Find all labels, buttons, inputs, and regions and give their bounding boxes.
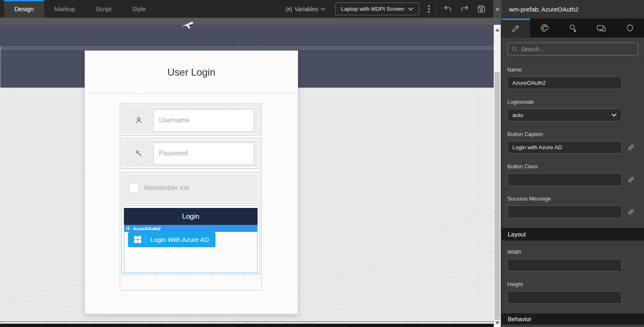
container-outline [0, 47, 1, 88]
remember-me-checkbox[interactable] [129, 183, 139, 193]
search-input[interactable] [521, 46, 634, 53]
width-input[interactable] [507, 259, 622, 272]
username-row [123, 107, 258, 134]
password-input[interactable] [154, 143, 254, 165]
page-title: User Login [167, 67, 215, 78]
collapse-panel-button[interactable]: » [493, 0, 502, 18]
editor-mode-tabs: Design Markup Script Style [0, 0, 156, 18]
panel-divider [502, 60, 644, 61]
azure-oauth2-prefab[interactable]: AzureOAuth2 Login With Azure AD [124, 225, 258, 273]
toolbar-right-group: {x} Variables Laptop with MDPI Screen [286, 0, 502, 18]
windows-logo-icon [134, 236, 141, 243]
redo-button[interactable] [459, 4, 469, 14]
variables-menu[interactable]: {x} Variables [286, 6, 325, 12]
panel-header: wm-prefab: AzureOAuth2 [502, 0, 644, 19]
password-row [123, 140, 258, 167]
magnifier-cursor-icon [568, 24, 578, 33]
prefab-selection-bar[interactable]: AzureOAuth2 [124, 225, 257, 232]
tab-devices[interactable] [587, 19, 616, 38]
bind-button-caption[interactable] [627, 143, 635, 151]
password-field-group[interactable] [121, 138, 260, 169]
tab-security[interactable] [616, 19, 644, 38]
name-label: Name [507, 67, 638, 73]
variables-icon: {x} [286, 6, 292, 12]
loginmode-select[interactable]: auto [507, 109, 622, 122]
save-button[interactable] [476, 4, 486, 14]
success-message-input[interactable] [507, 205, 622, 218]
remember-me-label: Remember me [144, 184, 189, 192]
tab-style[interactable]: Style [122, 0, 156, 18]
panel-body: Name Loginmode auto Button Caption [502, 38, 644, 325]
tab-design[interactable]: Design [4, 0, 44, 18]
name-input[interactable] [507, 76, 622, 89]
link-icon [627, 143, 635, 151]
height-label: Height [507, 281, 638, 287]
button-caption-input[interactable] [507, 141, 622, 154]
username-field-group[interactable] [121, 105, 260, 136]
buttons-group[interactable]: Login AzureOAuth2 [121, 205, 260, 274]
success-message-label: Success Message [507, 196, 638, 202]
move-icon [126, 226, 130, 231]
tab-properties[interactable] [502, 19, 530, 38]
canvas-top-strip [0, 18, 501, 25]
toolbar-divider [436, 4, 437, 14]
azure-login-button[interactable]: Login With Azure AD [128, 232, 215, 247]
pencil-icon [511, 24, 520, 33]
variables-label: Variables [295, 6, 318, 12]
button-class-input[interactable] [507, 173, 622, 186]
chevron-down-icon [611, 113, 617, 117]
palette-icon [540, 24, 549, 33]
scroll-down-arrow[interactable] [494, 320, 501, 326]
container-outline [0, 47, 494, 47]
property-search[interactable] [507, 43, 638, 55]
tab-markup[interactable]: Markup [44, 0, 85, 18]
scrollbar-thumb[interactable] [495, 72, 500, 320]
panel-tabs [502, 19, 644, 38]
tab-styles[interactable] [530, 19, 559, 38]
page-footer-band [0, 324, 494, 327]
bind-success-message[interactable] [627, 208, 635, 216]
save-icon [476, 4, 486, 14]
device-selector[interactable]: Laptop with MDPI Screen [335, 2, 419, 15]
panel-title: wm-prefab: AzureOAuth2 [509, 6, 578, 13]
button-caption-label: Button Caption [507, 131, 638, 137]
loginmode-label: Loginmode [507, 99, 638, 105]
scroll-up-arrow[interactable] [494, 26, 501, 33]
redo-icon [460, 4, 469, 14]
login-button[interactable]: Login [124, 208, 258, 225]
layout-section-header: Layout [502, 228, 644, 241]
content-outline [14, 88, 15, 321]
chevron-down-icon [408, 7, 413, 11]
device-selector-value: Laptop with MDPI Screen [341, 6, 404, 12]
login-form[interactable]: Remember me Login AzureOAuth2 [120, 103, 262, 291]
design-canvas[interactable]: User Login [0, 18, 502, 327]
link-icon [627, 208, 635, 216]
shield-icon [626, 24, 634, 33]
key-icon [124, 149, 154, 158]
tab-events[interactable] [559, 19, 587, 38]
user-icon [124, 116, 154, 125]
page-bottom-outline [0, 321, 494, 322]
remember-me-group[interactable]: Remember me [121, 172, 260, 203]
bind-button-class[interactable] [627, 176, 635, 184]
card-title-block[interactable]: User Login [87, 51, 296, 94]
prefab-name-label: AzureOAuth2 [133, 226, 161, 231]
content-outline [479, 88, 479, 321]
link-icon [627, 176, 635, 184]
remember-me-row: Remember me [123, 174, 258, 201]
height-input[interactable] [507, 291, 622, 304]
devices-icon [597, 24, 606, 33]
more-options-icon[interactable] [428, 5, 430, 13]
canvas-scrollbar[interactable] [494, 25, 501, 327]
undo-icon [443, 4, 452, 14]
behavior-section-header: Behavior [502, 313, 644, 325]
tab-script[interactable]: Script [85, 0, 122, 18]
username-input[interactable] [154, 110, 254, 131]
button-divider [145, 235, 146, 244]
login-card[interactable]: User Login [85, 50, 298, 314]
cursor-icon [181, 21, 195, 30]
properties-panel: wm-prefab: AzureOAuth2 [502, 0, 644, 327]
undo-button[interactable] [443, 4, 452, 14]
container-outline [0, 49, 494, 49]
chevron-down-icon [321, 7, 325, 11]
